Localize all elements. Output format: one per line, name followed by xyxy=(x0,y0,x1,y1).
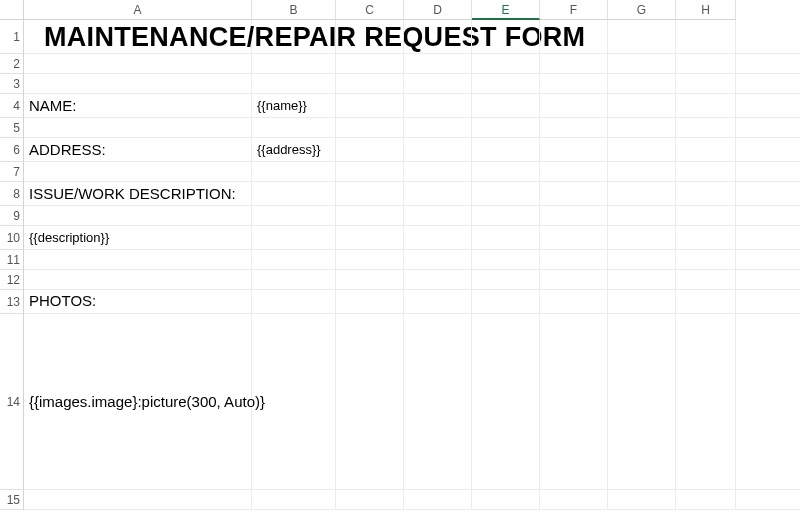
row-header-2[interactable]: 2 xyxy=(0,54,24,74)
cell-A1[interactable]: MAINTENANCE/REPAIR REQUEST FORM xyxy=(24,20,252,53)
cell-A4[interactable]: NAME: xyxy=(24,94,252,117)
cell-C5[interactable] xyxy=(336,118,404,137)
cell-D5[interactable] xyxy=(404,118,472,137)
cell-F8[interactable] xyxy=(540,182,608,205)
column-header-A[interactable]: A xyxy=(24,0,252,20)
cell-B12[interactable] xyxy=(252,270,336,289)
cell-F5[interactable] xyxy=(540,118,608,137)
cell-H14[interactable] xyxy=(676,314,736,489)
cell-H13[interactable] xyxy=(676,290,736,313)
cell-E8[interactable] xyxy=(472,182,540,205)
cell-F1[interactable] xyxy=(540,20,608,53)
row-header-3[interactable]: 3 xyxy=(0,74,24,94)
cell-D3[interactable] xyxy=(404,74,472,93)
cell-A14[interactable]: {{images.image}:picture(300, Auto)} xyxy=(24,314,252,489)
cell-B6[interactable]: {{address}} xyxy=(252,138,336,161)
cell-A13[interactable]: PHOTOS: xyxy=(24,290,252,313)
cell-F11[interactable] xyxy=(540,250,608,269)
cell-E2[interactable] xyxy=(472,54,540,73)
cell-B15[interactable] xyxy=(252,490,336,509)
cell-D11[interactable] xyxy=(404,250,472,269)
row-header-10[interactable]: 10 xyxy=(0,226,24,250)
row-header-11[interactable]: 11 xyxy=(0,250,24,270)
cell-D9[interactable] xyxy=(404,206,472,225)
cell-H3[interactable] xyxy=(676,74,736,93)
row-header-15[interactable]: 15 xyxy=(0,490,24,510)
cell-D13[interactable] xyxy=(404,290,472,313)
column-header-F[interactable]: F xyxy=(540,0,608,20)
cell-G12[interactable] xyxy=(608,270,676,289)
cell-A7[interactable] xyxy=(24,162,252,181)
cell-E3[interactable] xyxy=(472,74,540,93)
cell-H15[interactable] xyxy=(676,490,736,509)
cell-E7[interactable] xyxy=(472,162,540,181)
row-header-4[interactable]: 4 xyxy=(0,94,24,118)
cell-F6[interactable] xyxy=(540,138,608,161)
cell-H4[interactable] xyxy=(676,94,736,117)
cell-C2[interactable] xyxy=(336,54,404,73)
cell-E10[interactable] xyxy=(472,226,540,249)
cell-B3[interactable] xyxy=(252,74,336,93)
cell-E12[interactable] xyxy=(472,270,540,289)
column-header-H[interactable]: H xyxy=(676,0,736,20)
cell-C14[interactable] xyxy=(336,314,404,489)
cell-F2[interactable] xyxy=(540,54,608,73)
cell-C11[interactable] xyxy=(336,250,404,269)
cell-C7[interactable] xyxy=(336,162,404,181)
cell-F10[interactable] xyxy=(540,226,608,249)
cell-C12[interactable] xyxy=(336,270,404,289)
cell-G14[interactable] xyxy=(608,314,676,489)
column-header-B[interactable]: B xyxy=(252,0,336,20)
cell-H10[interactable] xyxy=(676,226,736,249)
cell-E4[interactable] xyxy=(472,94,540,117)
cell-D10[interactable] xyxy=(404,226,472,249)
row-header-1[interactable]: 1 xyxy=(0,20,24,54)
cell-D12[interactable] xyxy=(404,270,472,289)
cell-H11[interactable] xyxy=(676,250,736,269)
cell-A5[interactable] xyxy=(24,118,252,137)
cell-H8[interactable] xyxy=(676,182,736,205)
cell-E15[interactable] xyxy=(472,490,540,509)
row-header-13[interactable]: 13 xyxy=(0,290,24,314)
cell-G6[interactable] xyxy=(608,138,676,161)
cell-B14[interactable] xyxy=(252,314,336,489)
cell-G11[interactable] xyxy=(608,250,676,269)
cell-B2[interactable] xyxy=(252,54,336,73)
cell-E11[interactable] xyxy=(472,250,540,269)
cell-A3[interactable] xyxy=(24,74,252,93)
cell-B9[interactable] xyxy=(252,206,336,225)
cell-G4[interactable] xyxy=(608,94,676,117)
cell-D7[interactable] xyxy=(404,162,472,181)
cell-A15[interactable] xyxy=(24,490,252,509)
cell-F4[interactable] xyxy=(540,94,608,117)
column-header-C[interactable]: C xyxy=(336,0,404,20)
cell-G2[interactable] xyxy=(608,54,676,73)
cell-G5[interactable] xyxy=(608,118,676,137)
cell-C1[interactable] xyxy=(336,20,404,53)
cell-E9[interactable] xyxy=(472,206,540,225)
cell-A10[interactable]: {{description}} xyxy=(24,226,252,249)
cell-G8[interactable] xyxy=(608,182,676,205)
column-header-G[interactable]: G xyxy=(608,0,676,20)
cell-C10[interactable] xyxy=(336,226,404,249)
cell-B4[interactable]: {{name}} xyxy=(252,94,336,117)
row-header-12[interactable]: 12 xyxy=(0,270,24,290)
cell-B7[interactable] xyxy=(252,162,336,181)
cell-H5[interactable] xyxy=(676,118,736,137)
cell-G7[interactable] xyxy=(608,162,676,181)
cell-D6[interactable] xyxy=(404,138,472,161)
cell-H9[interactable] xyxy=(676,206,736,225)
cell-A11[interactable] xyxy=(24,250,252,269)
cell-C9[interactable] xyxy=(336,206,404,225)
cell-B13[interactable] xyxy=(252,290,336,313)
cell-F3[interactable] xyxy=(540,74,608,93)
cell-H1[interactable] xyxy=(676,20,736,53)
cell-C4[interactable] xyxy=(336,94,404,117)
cell-E14[interactable] xyxy=(472,314,540,489)
cell-D14[interactable] xyxy=(404,314,472,489)
row-header-7[interactable]: 7 xyxy=(0,162,24,182)
cell-A8[interactable]: ISSUE/WORK DESCRIPTION: xyxy=(24,182,252,205)
cell-F13[interactable] xyxy=(540,290,608,313)
cell-C15[interactable] xyxy=(336,490,404,509)
cell-B8[interactable] xyxy=(252,182,336,205)
